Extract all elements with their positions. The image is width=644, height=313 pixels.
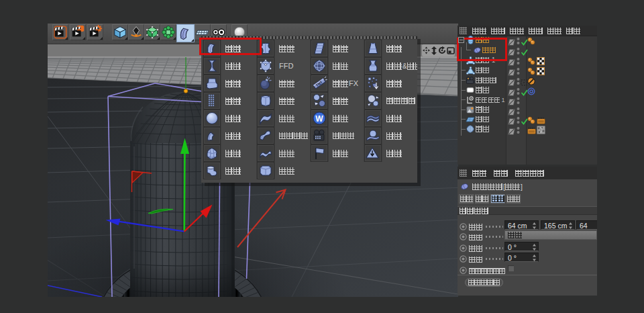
svg-text:W: W (315, 114, 323, 124)
